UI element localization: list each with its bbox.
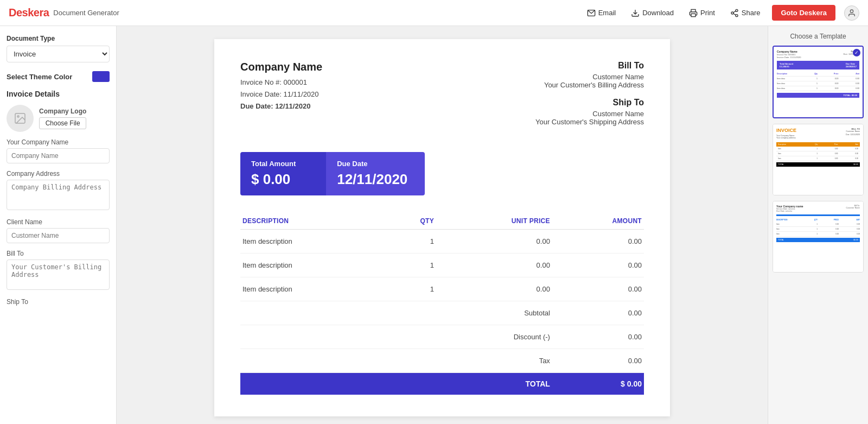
template-preview-2: INVOICE Your Company NameYour company ad… (773, 124, 863, 195)
row2-description: Item description (240, 254, 387, 277)
subtotal-value: 0.00 (552, 301, 644, 325)
template-card-2[interactable]: INVOICE Your Company NameYour company ad… (773, 124, 864, 195)
main-layout: Document Type Invoice Quote Purchase Ord… (0, 26, 868, 424)
company-address-label: Company Address (7, 170, 110, 178)
header-actions: Email Download Print Share Goto Deskera (584, 5, 859, 21)
svg-line-6 (733, 14, 736, 15)
logo-circle (7, 105, 34, 132)
document-type-select[interactable]: Invoice Quote Purchase Order (7, 46, 110, 62)
document-type-label: Document Type (7, 35, 110, 42)
header: Deskera Document Generator Email Downloa… (0, 0, 868, 26)
ship-to-group: Ship To (7, 298, 110, 306)
email-icon (587, 9, 596, 17)
invoice-date-value: 11/11/2020 (284, 90, 319, 98)
bill-to-section: Bill To Customer Name Your Customer's Bi… (535, 61, 644, 89)
svg-point-4 (731, 12, 733, 14)
template-preview-3: Your Company name Service Date: xx/xx/xx… (773, 201, 863, 272)
bill-to-label: Bill To (7, 250, 110, 257)
subtotal-label: Subtotal (436, 301, 552, 325)
due-date-label: Due Date: (240, 102, 273, 110)
invoice-date-label: Invoice Date: (240, 90, 282, 98)
selected-check-icon: ✓ (853, 49, 860, 56)
total-final-value: $ 0.00 (552, 373, 644, 395)
theme-color-swatch[interactable] (92, 71, 110, 82)
invoice-left-header: Company Name Invoice No #: 000001 Invoic… (240, 61, 322, 112)
logo-upload-label: Company Logo (39, 107, 86, 115)
row3-description: Item description (240, 277, 387, 301)
template-preview-1: Company Name Invoice No: 000001Invoice D… (774, 47, 863, 117)
logo-deskera: Deskera (9, 7, 49, 19)
document-type-group: Document Type Invoice Quote Purchase Ord… (7, 35, 110, 62)
banner-due-date: Due Date 12/11/2020 (326, 152, 425, 195)
invoice-details-label: Invoice Details (7, 90, 110, 98)
choose-template-label: Choose a Template (773, 33, 864, 40)
row1-amount: 0.00 (552, 230, 644, 254)
banner-total-amount: Total Amount $ 0.00 (240, 152, 326, 195)
col-description: DESCRIPTION (240, 213, 387, 230)
image-placeholder-icon (14, 112, 27, 125)
row3-unit-price: 0.00 (436, 277, 552, 301)
user-avatar[interactable] (844, 5, 859, 21)
choose-file-button[interactable]: Choose File (39, 117, 86, 129)
company-name-group: Your Company Name (7, 138, 110, 163)
banner-due-value: 12/11/2020 (337, 171, 414, 188)
banner-total-label: Total Amount (251, 160, 315, 168)
company-address-textarea[interactable] (7, 180, 110, 210)
theme-color-label: Select Theme Color (7, 73, 72, 81)
theme-color-row: Select Theme Color (7, 71, 110, 82)
banner-due-label: Due Date (337, 160, 414, 168)
logo-area: Deskera Document Generator (9, 7, 119, 19)
ship-to-name: Customer Name (535, 110, 644, 118)
invoice-no-line: Invoice No #: 000001 (240, 77, 322, 88)
svg-line-7 (733, 11, 736, 12)
bill-to-heading: Bill To (535, 61, 644, 71)
ship-to-section: Ship To Customer Name Your Customer's Sh… (535, 98, 644, 126)
template-card-3[interactable]: Your Company name Service Date: xx/xx/xx… (773, 201, 864, 273)
user-icon (847, 9, 856, 17)
banner-total-value: $ 0.00 (251, 171, 315, 188)
bill-to-name: Customer Name (535, 73, 644, 81)
row2-amount: 0.00 (552, 254, 644, 277)
invoice-due-date-line: Due Date: 12/11/2020 (240, 100, 322, 112)
table-header-row: DESCRIPTION QTY UNIT PRICE AMOUNT (240, 213, 644, 230)
share-button[interactable]: Share (727, 7, 764, 20)
download-button[interactable]: Download (628, 7, 677, 20)
row2-qty: 1 (387, 254, 436, 277)
print-icon (689, 9, 698, 17)
row1-unit-price: 0.00 (436, 230, 552, 254)
svg-point-5 (736, 14, 738, 16)
bill-to-address: Your Customer's Billing Address (535, 81, 644, 89)
ship-to-address: Your Customer's Shipping Address (535, 118, 644, 126)
row1-qty: 1 (387, 230, 436, 254)
client-name-input[interactable] (7, 228, 110, 243)
subtotal-row: Subtotal 0.00 (240, 301, 644, 325)
invoice-meta: Invoice No #: 000001 Invoice Date: 11/11… (240, 77, 322, 112)
tax-label: Tax (436, 349, 552, 373)
row2-unit-price: 0.00 (436, 254, 552, 277)
left-sidebar: Document Type Invoice Quote Purchase Ord… (0, 26, 117, 424)
due-date-value: 12/11/2020 (275, 102, 310, 110)
discount-label: Discount (-) (436, 325, 552, 349)
ship-to-label: Ship To (7, 298, 110, 306)
download-icon (631, 9, 640, 17)
bill-to-textarea[interactable] (7, 260, 110, 290)
company-address-group: Company Address (7, 170, 110, 212)
bill-to-group: Bill To (7, 250, 110, 292)
invoice-top: Company Name Invoice No #: 000001 Invoic… (240, 61, 644, 135)
discount-value: 0.00 (552, 325, 644, 349)
invoice-right-header: Bill To Customer Name Your Customer's Bi… (535, 61, 644, 135)
row3-amount: 0.00 (552, 277, 644, 301)
col-amount: AMOUNT (552, 213, 644, 230)
goto-deskera-button[interactable]: Goto Deskera (772, 5, 835, 21)
table-row: Item description 1 0.00 0.00 (240, 230, 644, 254)
invoice-no-label: Invoice No #: (240, 78, 282, 86)
total-final-label: TOTAL (436, 373, 552, 395)
company-name-input[interactable] (7, 148, 110, 163)
template-card-1[interactable]: Company Name Invoice No: 000001Invoice D… (773, 46, 864, 118)
company-name-label: Your Company Name (7, 138, 110, 146)
app-subtitle: Document Generator (53, 9, 119, 17)
share-icon (730, 9, 739, 17)
tax-row: Tax 0.00 (240, 349, 644, 373)
print-button[interactable]: Print (686, 7, 718, 20)
email-button[interactable]: Email (584, 7, 620, 20)
